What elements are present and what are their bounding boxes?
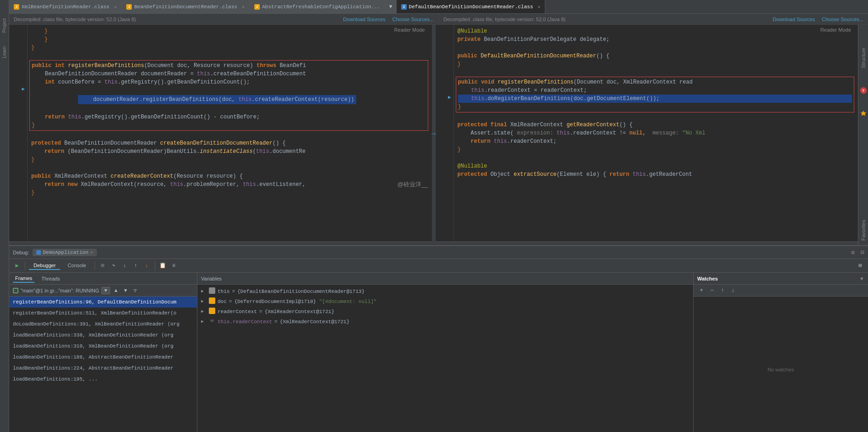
code-line: return this.readerContext; (458, 137, 855, 146)
code-line: } (31, 189, 428, 197)
more-btn[interactable]: ≡ (170, 262, 178, 270)
debug-settings-btn[interactable]: ⚙ (851, 249, 855, 256)
thread-selector: ✓ "main"@1 in gr..."main": RUNNING ▼ ▲ ▼… (9, 285, 197, 297)
tab-close-default[interactable]: ✕ (538, 4, 540, 10)
left-scrollbar-h[interactable] (9, 241, 432, 245)
frame-item[interactable]: registerBeanDefinitions:511, XmlBeanDefi… (9, 308, 197, 319)
expand-icon[interactable]: ▶ (201, 308, 207, 316)
editors-area: Reader Mode ▶ (9, 25, 868, 245)
evaluate-btn[interactable]: 📋 (159, 262, 167, 270)
highlight-box-left: public int registerBeanDefinitions(Docum… (29, 60, 428, 131)
frame-item[interactable]: loadBeanDefinitions:310, XmlBeanDefiniti… (9, 341, 197, 352)
code-line: Assert.state( expression: this.readerCon… (458, 129, 855, 137)
code-line: int countBefore = this.getRegistry().get… (32, 78, 426, 86)
step-over-btn[interactable]: ↷ (110, 262, 118, 270)
right-gutter: ▶ (436, 25, 454, 241)
frame-item[interactable]: doLoadBeanDefinitions:391, XmlBeanDefini… (9, 319, 197, 330)
tab-bar: J XmlBeanDefinitionReader.class ✕ J Bean… (9, 0, 868, 14)
watch-down-btn[interactable]: ↓ (729, 286, 737, 295)
watch-add-btn[interactable]: + (697, 286, 706, 295)
tab-overflow[interactable]: ▼ (385, 0, 396, 13)
tomcat-icon: T (860, 87, 867, 96)
step-into-btn[interactable]: ↓ (121, 262, 129, 270)
step-icon-1[interactable]: ⊞ (99, 262, 107, 270)
code-line: return this.getRegistry().getBeanDefinit… (32, 113, 426, 121)
sidebar-icon-project[interactable]: Project (2, 18, 7, 33)
code-line (458, 154, 855, 162)
thread-indicator: ✓ (13, 288, 18, 293)
expand-icon[interactable]: ▶ (201, 297, 207, 306)
left-editor: Reader Mode ▶ (9, 25, 432, 245)
watch-up-btn[interactable]: ↑ (718, 286, 727, 295)
code-line: } (31, 156, 428, 164)
tab-console[interactable]: Console (63, 262, 90, 270)
no-watches-label: No watches (767, 367, 794, 372)
sidebar-icon-learn[interactable]: Learn (2, 46, 7, 58)
tab-frames[interactable]: Frames (13, 275, 34, 283)
pane-divider[interactable]: → (432, 25, 436, 245)
left-tool-strip: Project Learn (0, 0, 9, 432)
thread-dropdown[interactable]: ▼ (101, 287, 110, 294)
tab-xmlbean[interactable]: J XmlBeanDefinitionReader.class ✕ (9, 0, 122, 13)
download-sources-left[interactable]: Download Sources (343, 17, 385, 22)
right-scrollbar-h[interactable] (436, 241, 858, 245)
download-sources-right[interactable]: Download Sources (773, 17, 815, 22)
var-icon-infinity: ∞ (209, 318, 215, 324)
code-line: public DefaultBeanDefinitionDocumentRead… (458, 52, 855, 60)
tab-beandoc[interactable]: J BeanDefinitionDocumentReader.class ✕ (122, 0, 249, 13)
code-line: } (458, 60, 855, 68)
var-this[interactable]: ▶ this = {DefaultBeanDefinitionDocumentR… (197, 286, 693, 297)
info-bars: Decompiled .class file, bytecode version… (9, 14, 868, 25)
frame-item[interactable]: registerBeanDefinitions:96, DefaultBeanD… (9, 297, 197, 308)
code-line: documentReader.registerBeanDefinitions(d… (32, 86, 426, 113)
layout-btn[interactable]: ⊞ (856, 262, 864, 270)
choose-sources-left[interactable]: Choose Sources... (392, 17, 434, 22)
tab-close-beandoc[interactable]: ✕ (242, 4, 245, 10)
expand-icon[interactable]: ▶ (201, 287, 207, 296)
svg-text:T: T (862, 89, 864, 93)
frames-panel: Frames Threads ✓ "main"@1 in gr..."main"… (9, 273, 197, 432)
resume-btn[interactable]: ▶ (13, 262, 21, 270)
var-readercontext[interactable]: ▶ readerContext = {XmlReaderContext@1721… (197, 307, 693, 317)
var-icon-this (209, 287, 215, 294)
var-doc[interactable]: ▶ doc = {DeferredDocumentImpl@1710} "[#d… (197, 297, 693, 307)
favorites-text[interactable]: Favorites (861, 220, 866, 242)
run-cursor-btn[interactable]: ↓ (143, 262, 151, 270)
tab-default[interactable]: J DefaultBeanDefinitionDocumentReader.cl… (397, 0, 546, 13)
watch-remove-btn[interactable]: − (708, 286, 716, 295)
code-line: } (31, 27, 428, 35)
frame-item[interactable]: loadBeanDefinitions:338, XmlBeanDefiniti… (9, 330, 197, 341)
reader-mode-left[interactable]: Reader Mode (394, 27, 425, 33)
filter-btn[interactable]: ▽ (132, 287, 139, 294)
debug-toolbar: ▶ Debugger Console ⊞ ↷ ↓ ↑ ↓ 📋 ≡ ⊞ (9, 259, 868, 273)
tab-abstract[interactable]: J AbstractRefreshableConfigApplication..… (250, 0, 385, 13)
code-line: public XmlReaderContext createReaderCont… (31, 172, 428, 180)
tab-debugger[interactable]: Debugger (29, 262, 60, 270)
info-bar-right: Decompiled .class file, bytecode version… (438, 14, 868, 25)
nav-down-btn[interactable]: ▼ (122, 287, 129, 294)
variables-header: Variables (197, 273, 693, 285)
watches-body: No watches (694, 297, 868, 432)
code-line-selected: this.doRegisterBeanDefinitions(doc.getDo… (458, 95, 852, 103)
frame-item[interactable]: loadBeanDefinitions:188, AbstractBeanDef… (9, 352, 197, 363)
code-line: } (31, 44, 428, 52)
sep3 (155, 262, 155, 270)
frames-list: registerBeanDefinitions:96, DefaultBeanD… (9, 297, 197, 432)
variables-panel: Variables ▶ this = {DefaultBeanDefinitio… (197, 273, 694, 432)
frame-item[interactable]: loadBeanDefinitions:224, AbstractBeanDef… (9, 363, 197, 374)
step-out-btn[interactable]: ↑ (132, 262, 140, 270)
var-this-readercontext[interactable]: ▶ ∞ this.readerContext = {XmlReaderConte… (197, 317, 693, 327)
code-line: } (458, 146, 855, 154)
frame-item[interactable]: loadBeanDefinitions:195, ... (9, 374, 197, 385)
code-line: this.readerContext = readerContext; (458, 86, 852, 95)
right-code-container: ▶ @Nullable private BeanDefinitionParser… (436, 25, 858, 241)
expand-icon[interactable]: ▶ (201, 318, 207, 326)
tab-threads[interactable]: Threads (39, 275, 62, 282)
choose-sources-right[interactable]: Choose Sources... (822, 17, 864, 22)
left-code-body: } } } public int registerBeanDefinitions… (28, 25, 432, 241)
reader-mode-right[interactable]: Reader Mode (820, 27, 851, 33)
debug-app-tab[interactable]: DemoApplication ✕ (33, 249, 96, 256)
tab-close-xml[interactable]: ✕ (114, 4, 117, 10)
nav-up-btn[interactable]: ▲ (112, 287, 120, 294)
structure-label[interactable]: Structure (861, 48, 866, 68)
